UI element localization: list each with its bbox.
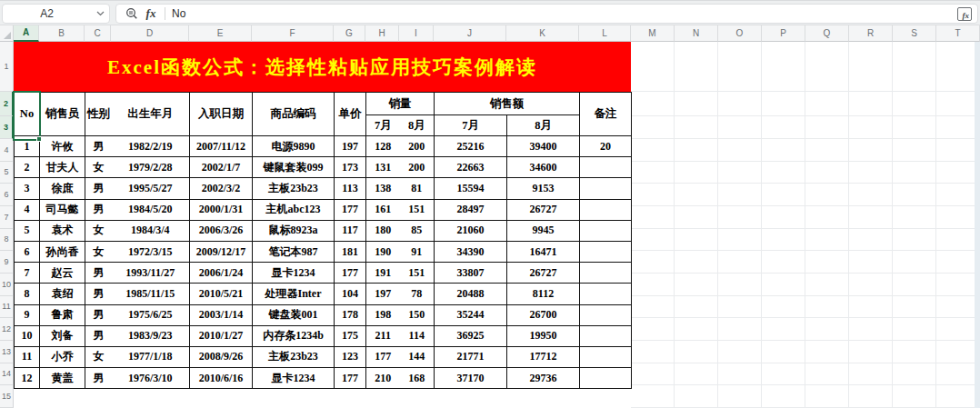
cell-birth[interactable]: 1984/5/20 xyxy=(112,199,190,220)
cell-vol-jul[interactable]: 198 xyxy=(366,304,400,325)
cell-unit-price[interactable]: 177 xyxy=(335,263,366,284)
cell-no[interactable]: 11 xyxy=(15,346,40,367)
cell-birth[interactable]: 1995/5/27 xyxy=(112,178,190,199)
column-header-G[interactable]: G xyxy=(334,25,365,42)
cell-unit-price[interactable]: 175 xyxy=(335,325,366,346)
cell-hire-date[interactable]: 2003/1/14 xyxy=(190,304,253,325)
cell-remark[interactable] xyxy=(580,304,632,325)
cell-unit-price[interactable]: 173 xyxy=(335,157,366,178)
cell-birth[interactable]: 1977/1/18 xyxy=(112,346,190,367)
cell-vol-aug[interactable]: 200 xyxy=(400,136,435,157)
cell-remark[interactable] xyxy=(580,178,632,199)
cell-amt-aug[interactable]: 8112 xyxy=(507,284,580,304)
formula-bar[interactable]: fx No fx xyxy=(115,4,978,24)
column-header-S[interactable]: S xyxy=(893,25,936,42)
cell-amt-jul[interactable]: 21771 xyxy=(435,346,507,367)
cell-product-code[interactable]: 主板23b23 xyxy=(253,346,335,367)
cell-vol-jul[interactable]: 180 xyxy=(366,220,400,241)
cell-remark[interactable] xyxy=(580,346,632,367)
cell-vol-jul[interactable]: 197 xyxy=(366,284,400,304)
column-header-L[interactable]: L xyxy=(579,25,631,42)
row-header-11[interactable]: 11 xyxy=(0,296,14,319)
header-salesperson[interactable]: 销售员 xyxy=(40,93,85,136)
cell-no[interactable]: 10 xyxy=(15,325,40,346)
header-amount-aug[interactable]: 8月 xyxy=(507,115,580,136)
vertical-scrollbar[interactable] xyxy=(975,42,980,408)
row-header-6[interactable]: 6 xyxy=(0,184,14,206)
cell-amt-aug[interactable]: 17712 xyxy=(507,346,580,367)
cell-birth[interactable]: 1982/2/19 xyxy=(112,136,190,157)
empty-grid-area[interactable] xyxy=(631,42,980,408)
cell-vol-jul[interactable]: 131 xyxy=(366,157,400,178)
cell-product-code[interactable]: 笔记本987 xyxy=(253,241,335,262)
cell-birth[interactable]: 1979/2/28 xyxy=(112,157,190,178)
cell-amt-jul[interactable]: 21060 xyxy=(435,220,507,241)
cell-no[interactable]: 4 xyxy=(15,199,40,220)
cell-vol-aug[interactable]: 150 xyxy=(400,304,435,325)
cell-birth[interactable]: 1983/9/23 xyxy=(112,325,190,346)
cell-remark[interactable]: 20 xyxy=(580,136,632,157)
cell-hire-date[interactable]: 2009/12/17 xyxy=(190,241,253,262)
column-header-Q[interactable]: Q xyxy=(805,25,849,42)
cell-unit-price[interactable]: 178 xyxy=(335,304,366,325)
header-volume-aug[interactable]: 8月 xyxy=(400,115,435,136)
header-product-code[interactable]: 商品编码 xyxy=(253,93,335,136)
cell-product-code[interactable]: 键盘装001 xyxy=(253,304,335,325)
cell-unit-price[interactable]: 177 xyxy=(335,368,366,389)
row-header-4[interactable]: 4 xyxy=(0,139,14,162)
fill-handle[interactable] xyxy=(36,136,42,142)
header-sales-volume[interactable]: 销量 xyxy=(366,93,435,115)
cell-birth[interactable]: 1993/11/27 xyxy=(112,263,190,284)
cell-gender[interactable]: 男 xyxy=(85,178,112,199)
cell-unit-price[interactable]: 117 xyxy=(335,220,366,241)
chevron-down-icon[interactable] xyxy=(91,5,109,23)
cell-vol-aug[interactable]: 151 xyxy=(400,263,435,284)
row-header-7[interactable]: 7 xyxy=(0,206,14,229)
cell-amt-jul[interactable]: 35244 xyxy=(435,304,507,325)
cell-hire-date[interactable]: 2008/9/26 xyxy=(190,346,253,367)
column-header-J[interactable]: J xyxy=(434,25,506,42)
cell-no[interactable]: 8 xyxy=(15,284,40,304)
header-gender[interactable]: 性别 xyxy=(85,93,112,136)
cell-birth[interactable]: 1985/11/15 xyxy=(112,284,190,304)
cell-amt-aug[interactable]: 9153 xyxy=(507,178,580,199)
cell-remark[interactable] xyxy=(580,220,632,241)
cell-salesperson[interactable]: 黄盖 xyxy=(40,368,85,389)
cell-vol-aug[interactable]: 168 xyxy=(400,368,435,389)
cell-amt-aug[interactable]: 34600 xyxy=(507,157,580,178)
cell-vol-jul[interactable]: 191 xyxy=(366,263,400,284)
cell-hire-date[interactable]: 2010/6/16 xyxy=(190,368,253,389)
column-header-R[interactable]: R xyxy=(849,25,893,42)
cell-product-code[interactable]: 电源9890 xyxy=(253,136,335,157)
name-box[interactable]: A2 xyxy=(2,4,110,24)
cell-no[interactable]: 12 xyxy=(15,368,40,389)
column-header-T[interactable]: T xyxy=(936,25,980,42)
cell-amt-jul[interactable]: 25216 xyxy=(435,136,507,157)
cell-amt-jul[interactable]: 28497 xyxy=(435,199,507,220)
cell-gender[interactable]: 男 xyxy=(85,368,112,389)
row-header-3[interactable]: 3 xyxy=(0,116,14,139)
row-header-15[interactable]: 15 xyxy=(0,385,14,408)
cell-salesperson[interactable]: 小乔 xyxy=(40,346,85,367)
cell-no[interactable]: 3 xyxy=(15,178,40,199)
cell-amt-jul[interactable]: 22663 xyxy=(435,157,507,178)
header-no[interactable]: No xyxy=(15,93,40,136)
cell-vol-jul[interactable]: 177 xyxy=(366,346,400,367)
cell-unit-price[interactable]: 177 xyxy=(335,199,366,220)
cell-gender[interactable]: 女 xyxy=(85,241,112,262)
magnifier-icon[interactable] xyxy=(122,5,142,23)
cell-unit-price[interactable]: 181 xyxy=(335,241,366,262)
header-birth[interactable]: 出生年月 xyxy=(112,93,190,136)
column-header-A[interactable]: A xyxy=(14,25,39,42)
cell-hire-date[interactable]: 2010/1/27 xyxy=(190,325,253,346)
cell-salesperson[interactable]: 赵云 xyxy=(40,263,85,284)
cell-amt-aug[interactable]: 16471 xyxy=(507,241,580,262)
cell-amt-aug[interactable]: 29736 xyxy=(507,368,580,389)
cell-vol-jul[interactable]: 190 xyxy=(366,241,400,262)
cell-product-code[interactable]: 键鼠套装099 xyxy=(253,157,335,178)
cell-unit-price[interactable]: 123 xyxy=(335,346,366,367)
row-header-1[interactable]: 1 xyxy=(0,42,14,92)
cell-vol-aug[interactable]: 78 xyxy=(400,284,435,304)
cell-amt-jul[interactable]: 34390 xyxy=(435,241,507,262)
cell-vol-aug[interactable]: 81 xyxy=(400,178,435,199)
